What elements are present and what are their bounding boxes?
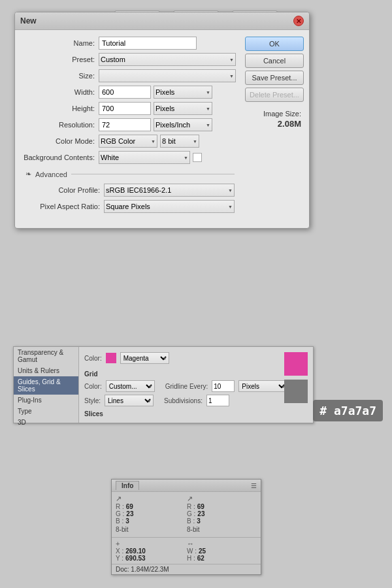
hex-badge: # a7a7a7 xyxy=(313,400,383,421)
size-row: Size: xyxy=(20,69,240,82)
info-col1-b: B : 3 xyxy=(116,517,186,525)
grid-section-label: Grid xyxy=(84,370,308,378)
grid-color-select[interactable]: Custom... xyxy=(106,380,155,392)
r-label-2: R : xyxy=(187,503,195,510)
grid-style-row: Style: Lines Subdivisions: xyxy=(84,395,308,406)
color-select[interactable]: Magenta xyxy=(120,352,169,364)
width-row: Width: Pixels xyxy=(20,86,240,99)
width-input[interactable] xyxy=(99,86,151,99)
height-input[interactable] xyxy=(99,102,151,115)
subdivisions-input[interactable] xyxy=(206,395,229,406)
image-size-label: Image Size: xyxy=(245,110,301,118)
color-mode-row: Color Mode: RGB Color 8 bit xyxy=(20,135,240,148)
preferences-panel: Transparency & Gamut Units & Rulers Guid… xyxy=(13,346,314,423)
info-tab[interactable]: Info xyxy=(116,481,139,490)
bg-row: Background Contents: White xyxy=(20,151,240,164)
r-val-1: 69 xyxy=(126,503,133,510)
resolution-row: Resolution: Pixels/Inch xyxy=(20,118,240,131)
name-input[interactable] xyxy=(99,37,197,50)
toggle-icon: ❧ xyxy=(25,170,31,178)
info-y-row: Y : 690.53 xyxy=(116,555,186,562)
dialog-body: Name: Preset: Custom Size: xyxy=(15,30,309,228)
delete-preset-button[interactable]: Delete Preset... xyxy=(245,88,304,102)
sidebar-item-type[interactable]: Type xyxy=(14,406,78,417)
h-label: H : xyxy=(187,555,195,562)
pixel-aspect-select[interactable]: Square Pixels xyxy=(104,200,235,213)
sidebar-item-guides[interactable]: Guides, Grid & Slices xyxy=(14,376,78,395)
gridline-input[interactable] xyxy=(212,380,235,392)
dialog-form: Name: Preset: Custom Size: xyxy=(20,37,240,221)
width-unit-select[interactable]: Pixels xyxy=(154,86,212,99)
y-label: Y : xyxy=(116,555,123,562)
info-col2-b: B : 3 xyxy=(187,517,257,525)
sidebar-item-plugins[interactable]: Plug-Ins xyxy=(14,395,78,406)
bg-select[interactable]: White xyxy=(99,151,190,164)
bit-depth-wrapper: 8 bit xyxy=(160,135,199,148)
color-mode-wrapper: RGB Color xyxy=(99,135,157,148)
gray-swatch xyxy=(284,380,308,403)
dialog-title: New xyxy=(20,16,37,25)
save-preset-button[interactable]: Save Preset... xyxy=(245,71,304,85)
crosshair-icon: + xyxy=(116,540,120,547)
info-col1-r: R : 69 xyxy=(116,503,186,510)
info-pos: + X : 269.10 Y : 690.53 xyxy=(116,540,186,562)
ok-button[interactable]: OK xyxy=(245,37,304,51)
sidebar-item-3d[interactable]: 3D xyxy=(14,417,78,428)
advanced-label: Advanced xyxy=(35,171,67,178)
info-col2-g: G : 23 xyxy=(187,510,257,517)
dialog-titlebar: New ✕ xyxy=(15,12,309,30)
size-select[interactable] xyxy=(99,69,236,82)
bg-label: Background Contents: xyxy=(20,154,99,161)
resolution-input[interactable] xyxy=(99,118,151,131)
bit-label-1: 8-bit xyxy=(116,526,186,533)
info-body: ↗ R : 69 G : 23 B : 3 8-bit ↗ R : 69 xyxy=(112,492,261,537)
bg-wrapper: White xyxy=(99,151,190,164)
info-col-1: ↗ R : 69 G : 23 B : 3 8-bit xyxy=(116,495,186,534)
advanced-toggle[interactable]: ❧ Advanced xyxy=(25,170,235,178)
gridline-unit-select[interactable]: Pixels xyxy=(238,380,287,392)
g-label-2: G : xyxy=(187,510,195,517)
x-val: 269.10 xyxy=(125,547,146,555)
info-panel: Info ☰ ↗ R : 69 G : 23 B : 3 8-bit xyxy=(111,479,261,575)
bg-checkbox[interactable] xyxy=(193,153,202,162)
preset-wrapper: Custom xyxy=(99,53,236,66)
resolution-unit-select[interactable]: Pixels/Inch xyxy=(154,118,212,131)
info-w-row: W : 25 xyxy=(187,547,257,555)
height-row: Height: Pixels xyxy=(20,102,240,115)
size-label: Size: xyxy=(20,72,99,80)
info-tab-area: Info xyxy=(116,481,139,490)
grid-color-label: Color: xyxy=(84,383,102,390)
bit-depth-select[interactable]: 8 bit xyxy=(160,135,199,148)
preset-row: Preset: Custom xyxy=(20,53,240,66)
gridline-unit-wrapper: Pixels xyxy=(238,380,287,392)
w-val: 25 xyxy=(199,547,206,555)
info-titlebar: Info ☰ xyxy=(112,480,261,492)
height-unit-select[interactable]: Pixels xyxy=(154,102,212,115)
info-size-icon: ↔ xyxy=(187,540,257,547)
style-wrapper: Lines xyxy=(105,395,154,406)
new-document-dialog: New ✕ Name: Preset: Custom Size: xyxy=(14,12,310,229)
h-val: 62 xyxy=(197,555,204,562)
info-x-row: X : 269.10 xyxy=(116,547,186,555)
name-label: Name: xyxy=(20,39,99,47)
style-select[interactable]: Lines xyxy=(105,395,154,406)
pixel-aspect-label: Pixel Aspect Ratio: xyxy=(25,203,104,210)
color-mode-select[interactable]: RGB Color xyxy=(99,135,157,148)
info-bottom: + X : 269.10 Y : 690.53 ↔ W : 25 H : 62 xyxy=(112,537,261,564)
width-label: Width: xyxy=(20,88,99,96)
info-menu-icon[interactable]: ☰ xyxy=(251,482,257,489)
preset-select[interactable]: Custom xyxy=(99,53,236,66)
dialog-actions: OK Cancel Save Preset... Delete Preset..… xyxy=(240,37,304,221)
cancel-button[interactable]: Cancel xyxy=(245,54,304,68)
sidebar-item-transparency[interactable]: Transparency & Gamut xyxy=(14,347,78,365)
g-val-1: 23 xyxy=(126,510,133,517)
pixel-aspect-wrapper: Square Pixels xyxy=(104,200,235,213)
name-row: Name: xyxy=(20,37,240,50)
b-label-2: B : xyxy=(187,517,195,525)
close-button[interactable]: ✕ xyxy=(293,16,304,26)
b-val-2: 3 xyxy=(197,517,201,525)
y-val: 690.53 xyxy=(125,555,146,562)
color-profile-select[interactable]: sRGB IEC61966-2.1 xyxy=(104,184,235,197)
color-row: Color: Magenta xyxy=(84,352,308,364)
sidebar-item-units[interactable]: Units & Rulers xyxy=(14,365,78,376)
